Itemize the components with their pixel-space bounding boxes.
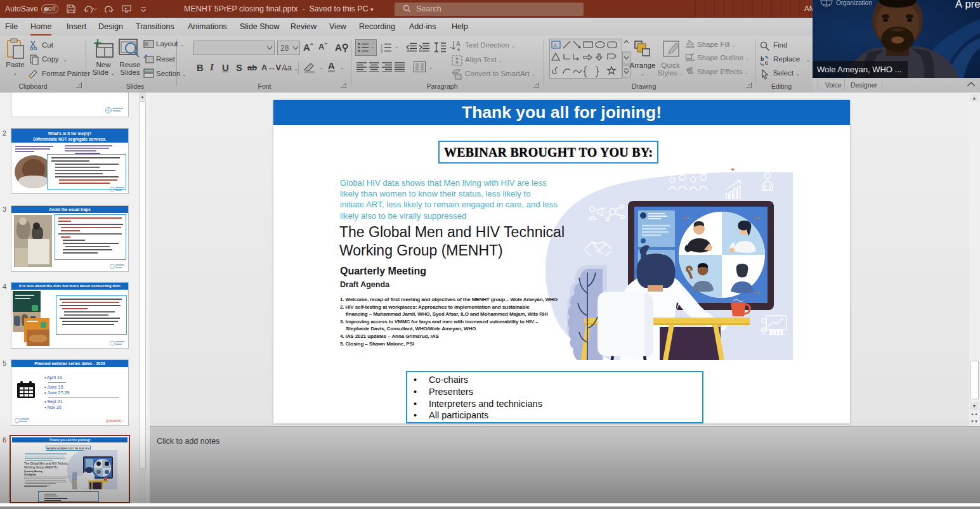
- svg-text:A: A: [456, 41, 461, 48]
- svg-text:c: c: [765, 60, 768, 66]
- svg-text:b: b: [761, 56, 764, 62]
- svg-text:A: A: [554, 42, 558, 48]
- svg-text:3: 3: [381, 49, 382, 53]
- svg-text:Organization: Organization: [836, 0, 872, 6]
- svg-text:28: 28: [280, 44, 289, 53]
